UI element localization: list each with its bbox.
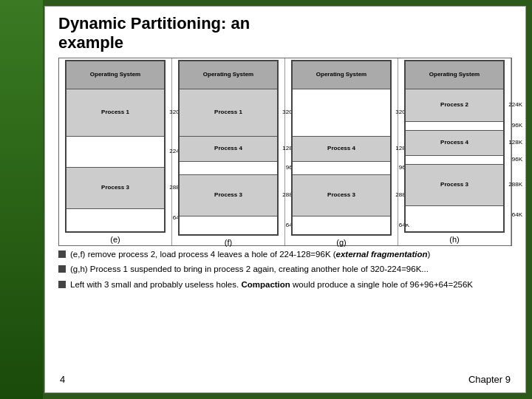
size-label-3-4: 96K [512, 156, 522, 163]
block-1-4: Process 3288K [180, 175, 277, 216]
slide-container: Dynamic Partitioning: an example Operati… [44, 6, 526, 393]
title-line2: example [58, 33, 123, 52]
block-3-1: Process 2224K [406, 89, 503, 122]
bullet-item-0: (e,f) remove process 2, load process 4 l… [58, 249, 512, 261]
mem-box-2: Operating System320KProcess 4128K96KProc… [291, 60, 392, 236]
bullet-icon-2 [58, 281, 66, 288]
block-3-3: Process 4128K [406, 131, 503, 156]
block-3-6: 64K [406, 206, 503, 224]
footer: 4 Chapter 9 [45, 374, 525, 385]
block-2-5: 64K [293, 216, 390, 234]
block-1-2: Process 4128K [180, 137, 277, 162]
bullet-text-0: (e,f) remove process 2, load process 4 l… [70, 249, 430, 261]
bullet-icon-1 [58, 265, 66, 273]
block-3-5: Process 3288K [406, 165, 503, 206]
col-label-0: (e) [59, 233, 171, 245]
left-sidebar [0, 0, 43, 399]
mem-box-1: Operating SystemProcess 1320KProcess 412… [178, 60, 279, 236]
size-label-3-5: 288K [508, 181, 522, 188]
bullet-item-2: Left with 3 small and probably useless h… [58, 279, 512, 291]
block-0-1: Process 1320K [66, 89, 164, 137]
bullet-text-1: (g,h) Process 1 suspended to bring in pr… [70, 264, 429, 276]
block-2-3: 96K [293, 162, 390, 175]
col-label-2: (g) [285, 236, 398, 248]
block-0-3: Process 3288K [66, 168, 164, 209]
col-(h): Operating SystemProcess 2224K96KProcess … [398, 58, 511, 245]
size-label-3-2: 96K [512, 122, 522, 129]
block-1-3: 96K [180, 162, 277, 175]
col-label-3: (h) [398, 233, 511, 245]
block-1-5: 64K [180, 216, 277, 234]
block-0-4: 64K [66, 209, 164, 227]
diagram-area: Operating SystemProcess 1320K224KProcess… [58, 58, 512, 246]
block-0-2: 224K [66, 137, 164, 168]
col-(e): Operating SystemProcess 1320K224KProcess… [59, 58, 172, 245]
bullet-icon-0 [58, 250, 66, 258]
col-(g): Operating System320KProcess 4128K96KProc… [285, 58, 398, 245]
block-1-0: Operating System [180, 61, 277, 89]
bullet-area: (e,f) remove process 2, load process 4 l… [58, 249, 512, 291]
col-(f): Operating SystemProcess 1320KProcess 412… [172, 58, 285, 245]
size-label-3-3: 128K [508, 139, 522, 146]
title-line1: Dynamic Partitioning: an [58, 14, 250, 33]
block-1-1: Process 1320K [180, 89, 277, 137]
size-label-3-6: 64K [512, 211, 522, 219]
bullet-item-1: (g,h) Process 1 suspended to bring in pr… [58, 264, 512, 276]
block-2-2: Process 4128K [293, 137, 390, 162]
mem-box-3: Operating SystemProcess 2224K96KProcess … [404, 60, 505, 233]
block-3-2: 96K [406, 122, 503, 131]
mem-box-0: Operating SystemProcess 1320K224KProcess… [65, 60, 166, 233]
size-label-3-1: 224K [508, 101, 522, 109]
block-3-0: Operating System [406, 61, 503, 89]
block-2-4: Process 3288K [293, 175, 390, 216]
block-2-0: Operating System [293, 61, 390, 89]
block-3-4: 96K [406, 156, 503, 165]
chapter-label: Chapter 9 [468, 374, 511, 385]
block-0-0: Operating System [66, 61, 164, 89]
slide-number: 4 [60, 374, 65, 385]
slide-title: Dynamic Partitioning: an example [45, 7, 525, 58]
block-2-1: 320K [293, 89, 390, 137]
bullet-text-2: Left with 3 small and probably useless h… [70, 279, 473, 291]
col-label-1: (f) [172, 236, 284, 248]
